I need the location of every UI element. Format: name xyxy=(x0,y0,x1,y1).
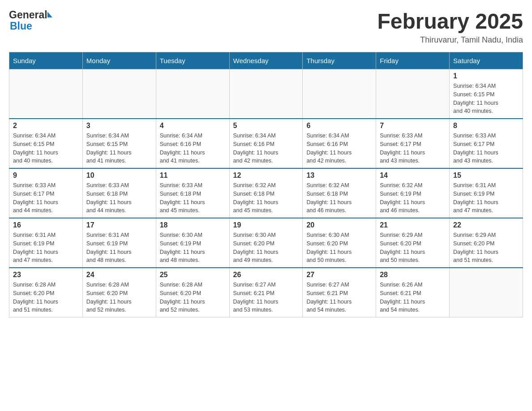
day-number: 12 xyxy=(233,171,299,180)
calendar-cell: 17Sunrise: 6:31 AM Sunset: 6:19 PM Dayli… xyxy=(82,218,156,268)
calendar-table: SundayMondayTuesdayWednesdayThursdayFrid… xyxy=(9,52,523,317)
day-number: 18 xyxy=(160,221,226,229)
calendar-cell: 18Sunrise: 6:30 AM Sunset: 6:19 PM Dayli… xyxy=(156,218,229,268)
calendar-cell: 14Sunrise: 6:32 AM Sunset: 6:19 PM Dayli… xyxy=(376,168,450,218)
calendar-title: February 2025 xyxy=(377,9,523,34)
calendar-cell xyxy=(9,69,83,119)
day-header-tuesday: Tuesday xyxy=(156,52,229,69)
day-header-wednesday: Wednesday xyxy=(229,52,303,69)
logo-triangle-icon xyxy=(47,12,52,17)
calendar-cell: 9Sunrise: 6:33 AM Sunset: 6:17 PM Daylig… xyxy=(9,168,83,218)
day-info: Sunrise: 6:34 AM Sunset: 6:16 PM Dayligh… xyxy=(160,132,226,165)
calendar-cell: 26Sunrise: 6:27 AM Sunset: 6:21 PM Dayli… xyxy=(229,268,303,317)
day-number: 1 xyxy=(453,72,519,80)
calendar-cell: 21Sunrise: 6:29 AM Sunset: 6:20 PM Dayli… xyxy=(376,218,450,268)
day-number: 26 xyxy=(233,271,299,279)
day-number: 10 xyxy=(86,171,152,180)
logo-general-text: General xyxy=(9,9,47,21)
calendar-cell xyxy=(82,69,156,119)
calendar-cell: 6Sunrise: 6:34 AM Sunset: 6:16 PM Daylig… xyxy=(303,119,376,168)
day-number: 27 xyxy=(306,271,372,279)
title-section: February 2025 Thiruvarur, Tamil Nadu, In… xyxy=(377,9,523,45)
day-info: Sunrise: 6:32 AM Sunset: 6:18 PM Dayligh… xyxy=(233,181,299,215)
day-header-sunday: Sunday xyxy=(9,52,83,69)
day-number: 14 xyxy=(380,171,446,180)
day-info: Sunrise: 6:33 AM Sunset: 6:18 PM Dayligh… xyxy=(86,181,152,215)
day-number: 17 xyxy=(86,221,152,229)
day-number: 9 xyxy=(13,171,79,180)
calendar-cell: 4Sunrise: 6:34 AM Sunset: 6:16 PM Daylig… xyxy=(156,119,229,168)
day-info: Sunrise: 6:34 AM Sunset: 6:15 PM Dayligh… xyxy=(13,132,79,165)
calendar-subtitle: Thiruvarur, Tamil Nadu, India xyxy=(377,35,523,45)
day-number: 11 xyxy=(160,171,226,180)
week-row-4: 16Sunrise: 6:31 AM Sunset: 6:19 PM Dayli… xyxy=(9,218,523,268)
day-info: Sunrise: 6:33 AM Sunset: 6:17 PM Dayligh… xyxy=(13,181,79,215)
logo: General Blue xyxy=(9,9,52,32)
calendar-cell xyxy=(376,69,450,119)
calendar-cell: 27Sunrise: 6:27 AM Sunset: 6:21 PM Dayli… xyxy=(303,268,376,317)
day-info: Sunrise: 6:27 AM Sunset: 6:21 PM Dayligh… xyxy=(233,281,299,314)
day-number: 28 xyxy=(380,271,446,279)
page-header: General Blue February 2025 Thiruvarur, T… xyxy=(9,9,523,45)
day-info: Sunrise: 6:32 AM Sunset: 6:18 PM Dayligh… xyxy=(306,181,372,215)
day-number: 15 xyxy=(453,171,519,180)
day-info: Sunrise: 6:29 AM Sunset: 6:20 PM Dayligh… xyxy=(453,231,519,265)
day-number: 25 xyxy=(160,271,226,279)
calendar-cell xyxy=(156,69,229,119)
day-info: Sunrise: 6:26 AM Sunset: 6:21 PM Dayligh… xyxy=(380,281,446,314)
day-info: Sunrise: 6:34 AM Sunset: 6:16 PM Dayligh… xyxy=(233,132,299,165)
calendar-body: 1Sunrise: 6:34 AM Sunset: 6:15 PM Daylig… xyxy=(9,69,523,317)
calendar-cell: 20Sunrise: 6:30 AM Sunset: 6:20 PM Dayli… xyxy=(303,218,376,268)
day-info: Sunrise: 6:32 AM Sunset: 6:19 PM Dayligh… xyxy=(380,181,446,215)
day-number: 19 xyxy=(233,221,299,229)
day-info: Sunrise: 6:33 AM Sunset: 6:17 PM Dayligh… xyxy=(380,132,446,165)
calendar-cell: 25Sunrise: 6:28 AM Sunset: 6:20 PM Dayli… xyxy=(156,268,229,317)
day-header-monday: Monday xyxy=(82,52,156,69)
day-number: 6 xyxy=(306,122,372,130)
calendar-cell: 12Sunrise: 6:32 AM Sunset: 6:18 PM Dayli… xyxy=(229,168,303,218)
day-number: 2 xyxy=(13,122,79,130)
day-info: Sunrise: 6:34 AM Sunset: 6:15 PM Dayligh… xyxy=(453,82,519,116)
calendar-cell: 3Sunrise: 6:34 AM Sunset: 6:15 PM Daylig… xyxy=(82,119,156,168)
day-info: Sunrise: 6:34 AM Sunset: 6:16 PM Dayligh… xyxy=(306,132,372,165)
calendar-cell: 19Sunrise: 6:30 AM Sunset: 6:20 PM Dayli… xyxy=(229,218,303,268)
calendar-cell: 10Sunrise: 6:33 AM Sunset: 6:18 PM Dayli… xyxy=(82,168,156,218)
week-row-2: 2Sunrise: 6:34 AM Sunset: 6:15 PM Daylig… xyxy=(9,119,523,168)
day-number: 20 xyxy=(306,221,372,229)
day-number: 23 xyxy=(13,271,79,279)
day-number: 13 xyxy=(306,171,372,180)
calendar-cell: 22Sunrise: 6:29 AM Sunset: 6:20 PM Dayli… xyxy=(450,218,523,268)
week-row-3: 9Sunrise: 6:33 AM Sunset: 6:17 PM Daylig… xyxy=(9,168,523,218)
week-row-1: 1Sunrise: 6:34 AM Sunset: 6:15 PM Daylig… xyxy=(9,69,523,119)
day-info: Sunrise: 6:28 AM Sunset: 6:20 PM Dayligh… xyxy=(86,281,152,314)
day-info: Sunrise: 6:33 AM Sunset: 6:17 PM Dayligh… xyxy=(453,132,519,165)
day-number: 8 xyxy=(453,122,519,130)
day-info: Sunrise: 6:30 AM Sunset: 6:20 PM Dayligh… xyxy=(233,231,299,265)
calendar-cell: 23Sunrise: 6:28 AM Sunset: 6:20 PM Dayli… xyxy=(9,268,83,317)
calendar-header: SundayMondayTuesdayWednesdayThursdayFrid… xyxy=(9,52,523,69)
day-header-row: SundayMondayTuesdayWednesdayThursdayFrid… xyxy=(9,52,523,69)
week-row-5: 23Sunrise: 6:28 AM Sunset: 6:20 PM Dayli… xyxy=(9,268,523,317)
calendar-cell xyxy=(450,268,523,317)
calendar-cell: 7Sunrise: 6:33 AM Sunset: 6:17 PM Daylig… xyxy=(376,119,450,168)
day-info: Sunrise: 6:31 AM Sunset: 6:19 PM Dayligh… xyxy=(13,231,79,265)
day-number: 24 xyxy=(86,271,152,279)
day-info: Sunrise: 6:28 AM Sunset: 6:20 PM Dayligh… xyxy=(13,281,79,314)
calendar-cell: 2Sunrise: 6:34 AM Sunset: 6:15 PM Daylig… xyxy=(9,119,83,168)
day-info: Sunrise: 6:33 AM Sunset: 6:18 PM Dayligh… xyxy=(160,181,226,215)
calendar-cell: 8Sunrise: 6:33 AM Sunset: 6:17 PM Daylig… xyxy=(450,119,523,168)
day-number: 16 xyxy=(13,221,79,229)
calendar-cell: 5Sunrise: 6:34 AM Sunset: 6:16 PM Daylig… xyxy=(229,119,303,168)
day-info: Sunrise: 6:30 AM Sunset: 6:19 PM Dayligh… xyxy=(160,231,226,265)
day-number: 22 xyxy=(453,221,519,229)
day-info: Sunrise: 6:28 AM Sunset: 6:20 PM Dayligh… xyxy=(160,281,226,314)
day-info: Sunrise: 6:34 AM Sunset: 6:15 PM Dayligh… xyxy=(86,132,152,165)
calendar-cell: 28Sunrise: 6:26 AM Sunset: 6:21 PM Dayli… xyxy=(376,268,450,317)
day-header-saturday: Saturday xyxy=(450,52,523,69)
day-info: Sunrise: 6:30 AM Sunset: 6:20 PM Dayligh… xyxy=(306,231,372,265)
calendar-cell xyxy=(229,69,303,119)
day-number: 5 xyxy=(233,122,299,130)
calendar-cell: 16Sunrise: 6:31 AM Sunset: 6:19 PM Dayli… xyxy=(9,218,83,268)
calendar-cell: 13Sunrise: 6:32 AM Sunset: 6:18 PM Dayli… xyxy=(303,168,376,218)
day-number: 7 xyxy=(380,122,446,130)
